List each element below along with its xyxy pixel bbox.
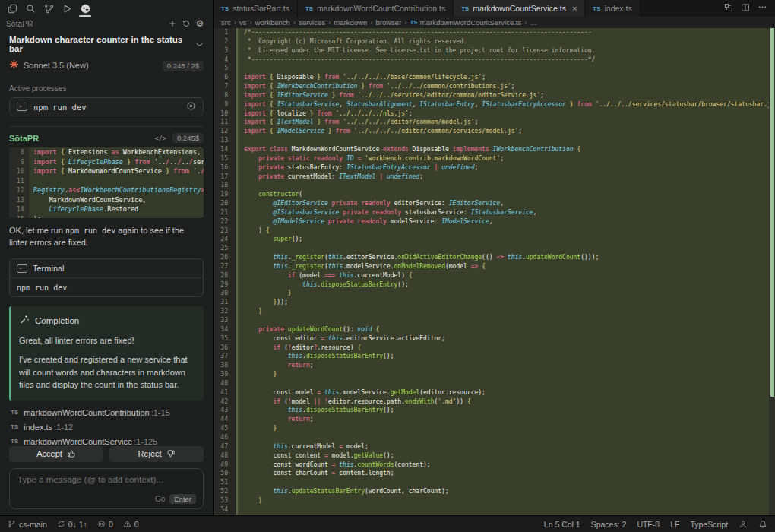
code-line[interactable]: 3 * Licensed under the MIT License. See … xyxy=(214,46,769,55)
breadcrumb-item-markdownWordCountService.ts[interactable]: TSmarkdownWordCountService.ts xyxy=(410,18,522,27)
code-line[interactable]: 41 const model = this.modelService.getMo… xyxy=(214,388,769,397)
code-line[interactable]: 27 this._register(this.modelService.onMo… xyxy=(214,262,769,271)
code-line[interactable]: 14export class MarkdownWordCountService … xyxy=(214,145,769,154)
code-line[interactable]: 30 } xyxy=(214,289,769,298)
reject-button[interactable]: Reject xyxy=(109,446,204,462)
split-editor-icon[interactable] xyxy=(741,2,750,15)
breadcrumb-item-services[interactable]: services xyxy=(299,18,325,27)
code-line[interactable]: 31 })); xyxy=(214,298,769,307)
source-control-icon[interactable] xyxy=(41,1,56,16)
code-line[interactable]: 24 super(); xyxy=(214,235,769,244)
code-line[interactable]: 26 this._register(this.editorService.onD… xyxy=(214,253,769,262)
code-line[interactable]: 42 if (!model || !editor.resource.path.e… xyxy=(214,397,769,407)
code-line[interactable]: 8import { IEditorService } from '../../.… xyxy=(214,91,769,100)
breadcrumb-item-src[interactable]: src xyxy=(221,18,231,27)
code-line[interactable]: 40 xyxy=(214,379,769,388)
code-line[interactable]: 18 xyxy=(214,181,769,190)
cursor-position[interactable]: Ln 5 Col 1 xyxy=(544,520,580,529)
code-line[interactable]: 6import { Disposable } from '../../../..… xyxy=(214,73,769,82)
code-line[interactable]: 20 @IEditorService private readonly edit… xyxy=(214,199,769,208)
code-line[interactable]: 44 return; xyxy=(214,415,769,424)
accept-button[interactable]: Accept xyxy=(9,446,103,462)
search-icon[interactable] xyxy=(23,1,38,16)
code-line[interactable]: 19 constructor( xyxy=(214,190,769,199)
code-line[interactable]: 25 xyxy=(214,244,769,253)
code-line[interactable]: 46 xyxy=(214,433,769,442)
breadcrumb-item-markdown[interactable]: markdown xyxy=(334,18,367,27)
code-line[interactable]: 34 private updateWordCount(): void { xyxy=(214,325,769,334)
code-line[interactable]: 50 const charCount = content.length; xyxy=(214,469,769,478)
code-line[interactable]: 2 * Copyright (c) Microsoft Corporation.… xyxy=(214,37,769,46)
code-line[interactable]: 17 private currentModel: ITextModel | un… xyxy=(214,173,769,182)
code-line[interactable]: 32 } xyxy=(214,307,769,316)
warning-count[interactable]: 0 xyxy=(123,520,139,529)
stop-process-icon[interactable] xyxy=(186,100,196,114)
chevron-down-icon[interactable] xyxy=(195,37,204,51)
feedback-icon[interactable] xyxy=(739,520,748,529)
code-line[interactable]: 16 private statusBarEntry: IStatusbarEnt… xyxy=(214,163,769,173)
breadcrumb-item-vs[interactable]: vs xyxy=(239,18,247,27)
code-line[interactable]: 7import { IWorkbenchContribution } from … xyxy=(214,82,769,91)
code-line[interactable]: 13 xyxy=(214,136,769,145)
assistant-icon[interactable] xyxy=(78,1,93,16)
history-icon[interactable] xyxy=(179,17,193,30)
code-line[interactable]: 21 @IStatusbarService private readonly s… xyxy=(214,208,769,217)
code-line[interactable]: 12import { IModelService } from '../../.… xyxy=(214,127,769,136)
code-line[interactable]: 36 if (!editor?.resource) { xyxy=(214,344,769,353)
code-line[interactable]: 49 const wordCount = this.countWords(con… xyxy=(214,461,769,470)
file-reference[interactable]: TSmarkdownWordCountContribution:1-15 xyxy=(11,408,204,417)
code-line[interactable]: 4 *-------------------------------------… xyxy=(214,55,769,65)
tab-markdownWordCountContribution.ts[interactable]: TSmarkdownWordCountContribution.ts xyxy=(298,0,454,17)
code-line[interactable]: 15 private static readonly ID = 'workben… xyxy=(214,154,769,163)
encoding[interactable]: UTF-8 xyxy=(637,520,660,529)
code-line[interactable]: 47 this.currentModel = model; xyxy=(214,442,769,451)
open-changes-icon[interactable] xyxy=(724,2,733,15)
language-mode[interactable]: TypeScript xyxy=(690,520,728,529)
code-line[interactable]: 51 xyxy=(214,478,769,487)
code-line[interactable]: 22 @IModelService private readonly model… xyxy=(214,217,769,226)
code-editor[interactable]: 1/*-------------------------------------… xyxy=(214,28,775,515)
file-reference[interactable]: TSindex.ts:1-12 xyxy=(11,423,204,432)
code-line[interactable]: 45 } xyxy=(214,424,769,433)
code-line[interactable]: 39 } xyxy=(214,370,769,379)
code-line[interactable]: 33 xyxy=(214,316,769,325)
model-name[interactable]: Sonnet 3.5 (New) xyxy=(24,61,158,70)
code-line[interactable]: 53 } xyxy=(214,496,769,505)
files-icon[interactable] xyxy=(5,1,20,16)
code-line[interactable]: 9import { IStatusbarService, StatusbarAl… xyxy=(214,100,769,109)
code-line[interactable]: 52 this.updateStatusBarEntry(wordCount, … xyxy=(214,487,769,496)
message-input[interactable] xyxy=(10,469,203,496)
code-line[interactable]: 37 this.disposeStatusBarEntry(); xyxy=(214,352,769,361)
tab-statusBarPart.ts[interactable]: TSstatusBarPart.ts xyxy=(214,0,298,17)
tab-markdownCountService.ts[interactable]: TSmarkdownCountService.ts× xyxy=(454,0,585,17)
gear-icon[interactable]: ⚙ xyxy=(193,17,207,30)
add-icon[interactable] xyxy=(166,17,179,30)
file-reference[interactable]: TSmarkdownWordCountService:1-125 xyxy=(11,437,204,446)
code-line[interactable]: 5 xyxy=(214,64,769,73)
code-line[interactable]: 35 const editor = this.editorService.act… xyxy=(214,334,769,344)
breadcrumb-item-workbench[interactable]: workbench xyxy=(255,18,290,27)
breadcrumb-item-…[interactable]: … xyxy=(530,18,538,27)
code-line[interactable]: 29 this.disposeStatusBarEntry(); xyxy=(214,280,769,290)
sync-status[interactable]: 0↓ 1↑ xyxy=(57,520,87,529)
code-line[interactable]: 48 const content = model.getValue(); xyxy=(214,451,769,461)
error-count[interactable]: 0 xyxy=(97,520,113,529)
code-line[interactable]: 43 this.disposeStatusBarEntry(); xyxy=(214,406,769,415)
breadcrumb-item-browser[interactable]: browser xyxy=(376,18,402,27)
enter-key-badge[interactable]: Enter xyxy=(169,494,196,504)
code-line[interactable]: 1/*-------------------------------------… xyxy=(214,28,769,37)
code-line[interactable]: 23 ) { xyxy=(214,226,769,236)
eol[interactable]: LF xyxy=(670,520,679,529)
code-brackets-icon[interactable]: </> xyxy=(155,135,166,142)
code-line[interactable]: 54 xyxy=(214,505,769,515)
indentation[interactable]: Spaces: 2 xyxy=(591,520,627,529)
run-debug-icon[interactable] xyxy=(59,1,74,16)
notifications-bell-icon[interactable] xyxy=(758,520,767,529)
close-tab-icon[interactable]: × xyxy=(572,4,577,13)
code-line[interactable]: 28 if (model === this.currentModel) { xyxy=(214,271,769,280)
code-line[interactable]: 38 return; xyxy=(214,361,769,370)
code-line[interactable]: 11import { ITextModel } from '../../../.… xyxy=(214,118,769,127)
code-line[interactable]: 10import { localize } from '../../../../… xyxy=(214,109,769,119)
git-branch-status[interactable]: cs-main xyxy=(8,520,47,529)
tab-index.ts[interactable]: TSindex.ts xyxy=(585,0,640,17)
